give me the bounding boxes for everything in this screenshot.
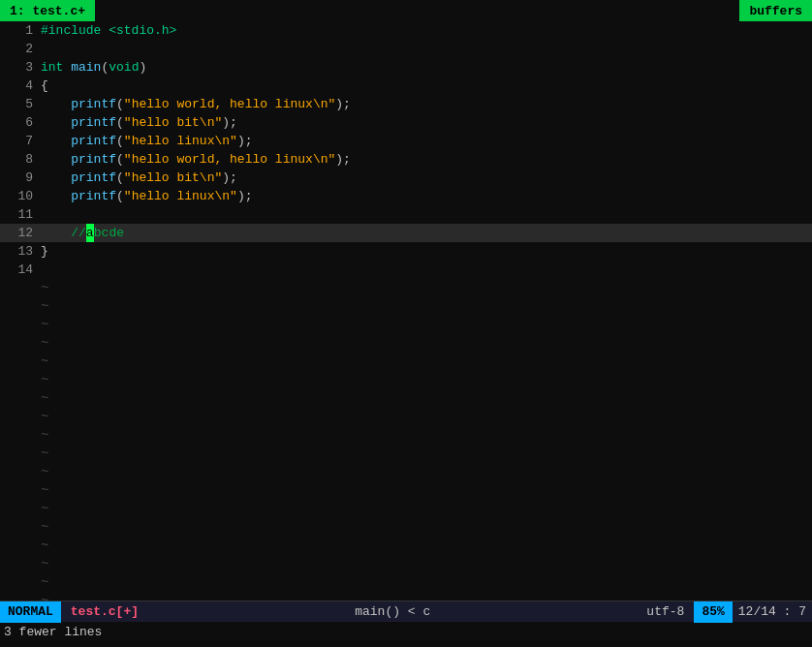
line-num-6: 6 <box>4 113 33 132</box>
tab-filename[interactable]: 1: test.c+ <box>0 0 95 21</box>
tilde-line-7: ~ <box>0 389 812 408</box>
tilde-line-8: ~ <box>0 408 812 426</box>
line-num-1: 1 <box>4 21 33 40</box>
status-bar: NORMAL test.c[+] main() < c utf-8 85% 12… <box>0 601 812 622</box>
code-line-5: 5 printf("hello world, hello linux\n"); <box>0 95 812 113</box>
tilde-line-18: ~ <box>0 592 812 601</box>
code-line-11: 11 <box>0 205 812 224</box>
tilde-line-5: ~ <box>0 353 812 371</box>
tilde-line-9: ~ <box>0 426 812 445</box>
code-line-4: 4 { <box>0 77 812 95</box>
line-num-12: 12 <box>4 224 33 242</box>
line-num-4: 4 <box>4 77 33 95</box>
line-content-8: printf("hello world, hello linux\n"); <box>41 150 351 169</box>
line-content-1: #include <stdio.h> <box>41 21 176 40</box>
line-num-14: 14 <box>4 261 33 279</box>
bottom-message: 3 fewer lines <box>0 622 812 641</box>
cursor: a <box>86 224 94 242</box>
editor: 1: test.c+ buffers 1 #include <stdio.h> … <box>0 0 812 601</box>
line-num-7: 7 <box>4 132 33 150</box>
tab-buffers-button[interactable]: buffers <box>739 0 812 21</box>
line-content-9: printf("hello bit\n"); <box>41 169 237 187</box>
line-num-3: 3 <box>4 58 33 77</box>
line-content-7: printf("hello linux\n"); <box>41 132 252 150</box>
line-content-6: printf("hello bit\n"); <box>41 113 237 132</box>
tilde-line-15: ~ <box>0 537 812 555</box>
tab-bar: 1: test.c+ buffers <box>0 0 812 21</box>
tilde-line-17: ~ <box>0 573 812 592</box>
mode-badge: NORMAL <box>0 601 61 623</box>
status-percent: 85% <box>694 601 732 623</box>
line-content-10: printf("hello linux\n"); <box>41 187 252 205</box>
code-line-2: 2 <box>0 40 812 58</box>
tilde-line-13: ~ <box>0 500 812 518</box>
status-func: main() < c <box>148 604 637 619</box>
code-line-14: 14 <box>0 261 812 279</box>
status-encoding: utf-8 <box>637 604 694 619</box>
code-area: 1 #include <stdio.h> 2 3 int main(void) … <box>0 21 812 601</box>
status-lineinfo: 12/14 : 7 <box>733 604 812 619</box>
code-line-6: 6 printf("hello bit\n"); <box>0 113 812 132</box>
tilde-line-16: ~ <box>0 555 812 573</box>
code-line-1: 1 #include <stdio.h> <box>0 21 812 40</box>
line-content-12: //abcde <box>41 224 124 242</box>
code-line-3: 3 int main(void) <box>0 58 812 77</box>
code-line-7: 7 printf("hello linux\n"); <box>0 132 812 150</box>
code-line-9: 9 printf("hello bit\n"); <box>0 169 812 187</box>
tilde-line-1: ~ <box>0 279 812 297</box>
tilde-line-4: ~ <box>0 334 812 353</box>
tilde-line-3: ~ <box>0 316 812 334</box>
tilde-line-14: ~ <box>0 518 812 537</box>
code-line-12: 12 //abcde <box>0 224 812 242</box>
line-content-3: int main(void) <box>41 58 146 77</box>
line-num-9: 9 <box>4 169 33 187</box>
status-file: test.c[+] <box>61 604 148 619</box>
line-num-2: 2 <box>4 40 33 58</box>
line-num-8: 8 <box>4 150 33 169</box>
tilde-line-6: ~ <box>0 371 812 389</box>
line-num-13: 13 <box>4 242 33 261</box>
code-line-13: 13 } <box>0 242 812 261</box>
line-num-5: 5 <box>4 95 33 113</box>
tilde-line-2: ~ <box>0 297 812 316</box>
line-content-5: printf("hello world, hello linux\n"); <box>41 95 351 113</box>
line-num-10: 10 <box>4 187 33 205</box>
tilde-line-12: ~ <box>0 481 812 500</box>
line-content-4: { <box>41 77 48 95</box>
line-content-13: } <box>41 242 48 261</box>
tilde-line-11: ~ <box>0 463 812 481</box>
line-num-11: 11 <box>4 205 33 224</box>
code-line-8: 8 printf("hello world, hello linux\n"); <box>0 150 812 169</box>
code-line-10: 10 printf("hello linux\n"); <box>0 187 812 205</box>
tilde-line-10: ~ <box>0 445 812 463</box>
